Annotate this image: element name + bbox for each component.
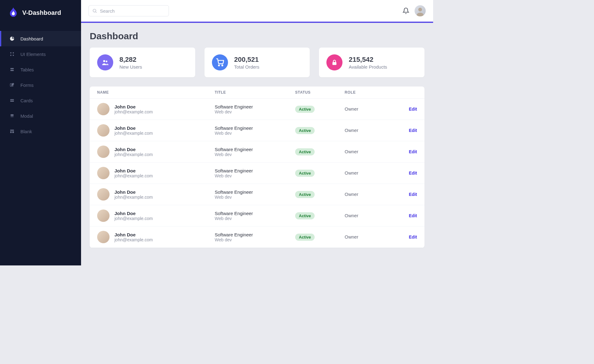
- row-user-email: john@example.com: [114, 131, 153, 136]
- svg-point-2: [10, 55, 11, 56]
- row-user-name: John Doe: [114, 232, 153, 237]
- sidebar: V-Dashboard DashboardUI ElementsTablesFo…: [0, 0, 81, 265]
- stat-label: New Users: [119, 64, 142, 70]
- sidebar-item-forms[interactable]: Forms: [0, 77, 81, 93]
- edit-link[interactable]: Edit: [409, 235, 417, 239]
- edit-link[interactable]: Edit: [409, 149, 417, 154]
- table-row: John Doejohn@example.comSoftware Enginee…: [90, 163, 424, 184]
- stat-label: Total Orders: [234, 64, 260, 70]
- sidebar-item-blank[interactable]: Blank: [0, 124, 81, 139]
- row-avatar: [97, 231, 110, 243]
- row-subtitle: Web dev: [215, 131, 295, 136]
- row-title: Software Engineer: [215, 211, 295, 216]
- sidebar-item-label: Modal: [20, 113, 33, 119]
- row-title: Software Engineer: [215, 232, 295, 237]
- search-input[interactable]: [88, 5, 169, 16]
- credit-card-icon: [9, 98, 15, 103]
- flame-icon: [8, 7, 19, 18]
- svg-point-15: [93, 9, 96, 12]
- svg-rect-5: [11, 70, 14, 71]
- sidebar-item-label: Dashboard: [20, 36, 43, 41]
- content-area: Dashboard 8,282New Users200,521Total Ord…: [81, 23, 433, 265]
- users-icon: [97, 54, 113, 70]
- row-role: Owner: [345, 234, 358, 239]
- edit-link[interactable]: Edit: [409, 128, 417, 133]
- svg-rect-14: [12, 131, 14, 133]
- row-role: Owner: [345, 213, 358, 218]
- row-avatar: [97, 167, 110, 179]
- sidebar-item-ui-elements[interactable]: UI Elements: [0, 46, 81, 62]
- user-avatar[interactable]: [415, 5, 426, 16]
- row-avatar: [97, 210, 110, 222]
- stat-value: 200,521: [234, 56, 260, 64]
- row-avatar: [97, 188, 110, 201]
- sidebar-item-label: UI Elements: [20, 52, 46, 57]
- table-row: John Doejohn@example.comSoftware Enginee…: [90, 120, 424, 141]
- row-avatar: [97, 146, 110, 158]
- svg-rect-23: [333, 62, 337, 65]
- table-body: John Doejohn@example.comSoftware Enginee…: [90, 99, 424, 248]
- sidebar-nav: DashboardUI ElementsTablesFormsCardsModa…: [0, 31, 81, 139]
- stack-icon: [9, 67, 15, 72]
- table-row: John Doejohn@example.comSoftware Enginee…: [90, 226, 424, 248]
- lock-icon: [326, 54, 342, 70]
- stat-card-total-orders: 200,521Total Orders: [204, 48, 310, 77]
- svg-point-17: [418, 8, 422, 11]
- status-badge: Active: [295, 127, 315, 134]
- sidebar-item-label: Blank: [20, 129, 32, 134]
- stat-label: Available Products: [349, 64, 387, 70]
- row-user-email: john@example.com: [114, 152, 153, 157]
- header: [81, 0, 433, 23]
- row-subtitle: Web dev: [215, 173, 295, 178]
- sidebar-item-label: Cards: [20, 98, 33, 103]
- edit-link[interactable]: Edit: [409, 171, 417, 176]
- th-role: ROLE: [345, 90, 397, 95]
- svg-point-21: [218, 65, 219, 66]
- table-header: NAME TITLE STATUS ROLE: [90, 87, 424, 99]
- pie-chart-icon: [9, 36, 15, 41]
- svg-point-19: [103, 60, 105, 62]
- table-row: John Doejohn@example.comSoftware Enginee…: [90, 205, 424, 226]
- stat-card-new-users: 8,282New Users: [90, 48, 195, 77]
- row-role: Owner: [345, 149, 358, 154]
- row-user-email: john@example.com: [114, 237, 153, 242]
- status-badge: Active: [295, 170, 315, 177]
- sidebar-item-dashboard[interactable]: Dashboard: [0, 31, 81, 46]
- shopping-cart-icon: [212, 54, 228, 70]
- row-subtitle: Web dev: [215, 237, 295, 242]
- status-badge: Active: [295, 212, 315, 219]
- row-title: Software Engineer: [215, 147, 295, 152]
- stat-value: 215,542: [349, 56, 387, 64]
- svg-rect-12: [10, 130, 14, 131]
- row-user-email: john@example.com: [114, 109, 153, 114]
- sidebar-item-modal[interactable]: Modal: [0, 108, 81, 124]
- sidebar-item-tables[interactable]: Tables: [0, 62, 81, 77]
- svg-point-11: [11, 116, 14, 117]
- svg-point-3: [13, 55, 14, 56]
- svg-point-18: [417, 13, 424, 16]
- row-subtitle: Web dev: [215, 109, 295, 114]
- edit-link[interactable]: Edit: [409, 213, 417, 218]
- row-subtitle: Web dev: [215, 216, 295, 221]
- svg-line-16: [96, 12, 97, 13]
- search-icon: [92, 8, 97, 13]
- svg-rect-8: [10, 100, 14, 101]
- status-badge: Active: [295, 191, 315, 198]
- row-user-name: John Doe: [114, 104, 153, 109]
- layers-icon: [9, 113, 15, 119]
- bell-icon[interactable]: [402, 7, 410, 15]
- row-avatar: [97, 124, 110, 137]
- svg-point-0: [10, 52, 11, 53]
- sidebar-item-cards[interactable]: Cards: [0, 93, 81, 108]
- main-panel: Dashboard 8,282New Users200,521Total Ord…: [81, 0, 433, 265]
- row-user-name: John Doe: [114, 125, 153, 131]
- th-name: NAME: [97, 90, 215, 95]
- svg-rect-4: [11, 68, 14, 69]
- edit-link[interactable]: Edit: [409, 107, 417, 112]
- row-user-email: john@example.com: [114, 195, 153, 200]
- svg-point-22: [222, 65, 223, 66]
- row-user-name: John Doe: [114, 189, 153, 195]
- row-user-name: John Doe: [114, 211, 153, 216]
- brand-name: V-Dashboard: [22, 9, 61, 16]
- edit-link[interactable]: Edit: [409, 192, 417, 197]
